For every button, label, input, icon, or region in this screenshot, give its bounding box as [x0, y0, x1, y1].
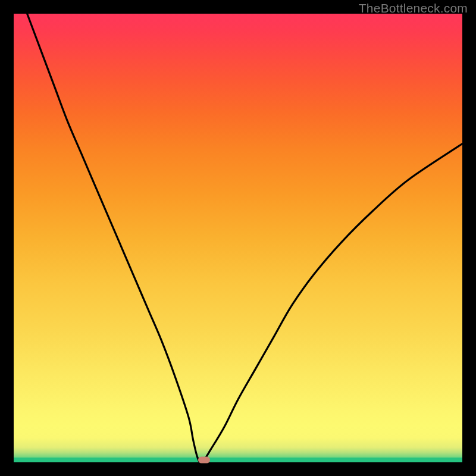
bottleneck-marker [198, 457, 210, 464]
bottleneck-curve [14, 14, 462, 462]
plot-area [14, 14, 462, 462]
curve-path [27, 14, 462, 462]
watermark-text: TheBottleneck.com [359, 1, 468, 15]
chart-frame: TheBottleneck.com [0, 0, 476, 476]
